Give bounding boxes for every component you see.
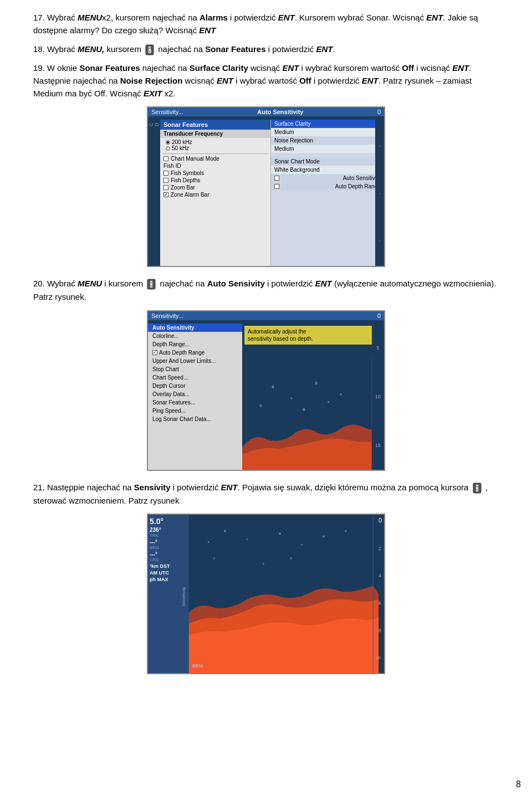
svg-text:8: 8 bbox=[378, 628, 381, 633]
auto-menu-upper-lower: Upper And Lower Limits... bbox=[148, 357, 242, 365]
sens-crs: ---° CRS bbox=[150, 551, 180, 562]
auto-scale-right: 5 10 15 bbox=[372, 324, 384, 470]
cb-fish-depths bbox=[163, 178, 168, 183]
sonar-left-panel: Sonar Features Transducer Frequency 200 … bbox=[160, 120, 271, 266]
auto-top-sensitivity: Sensitivity... bbox=[151, 312, 183, 319]
svg-point-12 bbox=[315, 381, 317, 384]
para-17-number: 17. bbox=[33, 13, 45, 22]
sens-main: 0 Sensitivity bbox=[181, 515, 384, 673]
sonar-top-bar: Sensitivity... Auto Sensitivity 0 bbox=[148, 107, 384, 116]
radio-200khz bbox=[166, 140, 170, 145]
auto-top-bar: Sensitivity... 0 bbox=[148, 311, 384, 320]
cb-auto-depth bbox=[274, 184, 279, 189]
svg-text:4: 4 bbox=[378, 573, 381, 578]
auto-menu-ping-speed: Ping Speed... bbox=[148, 407, 242, 415]
svg-point-14 bbox=[259, 404, 262, 407]
sens-screen: 5.0° 236° TRK ---° BRG ---° CRS ¹km DST … bbox=[147, 514, 385, 674]
auto-content: Auto Sensitivity Colorline... Depth Rang… bbox=[148, 324, 384, 470]
sonar-divider-1 bbox=[162, 153, 268, 154]
para-21-text: Następpie najechać na Sensivity i potwie… bbox=[33, 483, 488, 505]
sonar-zoom-bar: Zoom Bar bbox=[160, 184, 270, 191]
sonar-panel-title: Sonar Features bbox=[160, 120, 270, 130]
auto-menu-colorline: Colorline... bbox=[148, 332, 242, 340]
auto-screen: Sensitivity... 0 Auto Sensitivity Colorl… bbox=[147, 310, 385, 471]
sonar-top-autosens: Auto Sensitivity bbox=[257, 109, 303, 115]
cb-zone-alarm bbox=[163, 192, 168, 197]
sens-speed: 5.0° bbox=[150, 517, 180, 526]
auto-sensitivity-screenshot: Sensitivity... 0 Auto Sensitivity Colorl… bbox=[33, 310, 499, 471]
cursor-icon-18 bbox=[145, 44, 155, 56]
auto-menu-depth-range: Depth Range... bbox=[148, 340, 242, 348]
para-18-text: Wybrać MENU, kursorem najechać na Sonar … bbox=[47, 44, 335, 54]
paragraph-17: 17. Wybrać MENUx2, kursorem najechać na … bbox=[33, 11, 499, 37]
auto-top-zero: 0 bbox=[377, 312, 381, 319]
svg-point-28 bbox=[279, 532, 281, 535]
sens-ph-max: ph MAX bbox=[150, 577, 180, 582]
sonar-surface-clarity-selected: Surface Clarity bbox=[271, 120, 384, 128]
cb-chart-manual bbox=[163, 156, 168, 161]
sens-left-bar: 5.0° 236° TRK ---° BRG ---° CRS ¹km DST … bbox=[148, 515, 181, 673]
svg-point-10 bbox=[272, 385, 274, 388]
freq-50-label: 50 kHz bbox=[172, 145, 189, 151]
auto-right: Automatically adjust thesensitivity base… bbox=[242, 324, 384, 470]
svg-point-30 bbox=[323, 535, 325, 537]
auto-tooltip: Automatically adjust thesensitivity base… bbox=[244, 326, 382, 345]
auto-left-menu: Auto Sensitivity Colorline... Depth Rang… bbox=[148, 324, 242, 470]
sonar-fish-depths: Fish Depths bbox=[160, 177, 270, 184]
cb-zoom-bar bbox=[163, 185, 168, 190]
para-18-number: 18. bbox=[33, 44, 45, 54]
svg-text:2: 2 bbox=[378, 546, 381, 551]
sonar-chart-manual: Chart Manual Mode bbox=[160, 155, 270, 162]
sonar-sidebar: CDAUSCDOSPIL bbox=[148, 120, 160, 266]
para-19-text: W oknie Sonar Features najechać na Surfa… bbox=[33, 63, 472, 99]
cb-fish-symbols bbox=[163, 171, 168, 176]
svg-text:10: 10 bbox=[376, 655, 381, 660]
auto-menu-log-sonar: Log Sonar Chart Data... bbox=[148, 415, 242, 423]
auto-menu-chart-speed: Chart Speed... bbox=[148, 373, 242, 382]
sonar-auto-sensitivity: Auto Sensitivity bbox=[271, 174, 384, 182]
sonar-features-screenshot: Sensitivity... Auto Sensitivity 0 CDAUSC… bbox=[33, 106, 499, 267]
sonar-spacer bbox=[271, 153, 384, 157]
svg-point-15 bbox=[303, 408, 305, 411]
auto-menu-depth-cursor: Depth Cursor bbox=[148, 382, 242, 390]
svg-text:Sensitivity: Sensitivity bbox=[181, 587, 186, 607]
auto-menu-overlay-data: Overlay Data... bbox=[148, 390, 242, 398]
radio-50khz bbox=[166, 146, 170, 151]
sonar-chart-mode-label: Sonar Chart Mode bbox=[271, 157, 384, 166]
sonar-top-sensitivity: Sensitivity... bbox=[151, 109, 183, 115]
sonar-transducer-freq: Transducer Frequency bbox=[160, 130, 270, 138]
svg-point-31 bbox=[345, 530, 346, 532]
auto-menu-sonar-features: Sonar Features... bbox=[148, 398, 242, 407]
auto-sonar-viz bbox=[242, 357, 384, 470]
sonar-noise-rejection-value: Medium ▼ bbox=[271, 145, 384, 153]
sens-zero: 0 bbox=[378, 517, 382, 524]
para-21-number: 21. bbox=[33, 483, 45, 492]
cursor-icon-20 bbox=[146, 278, 156, 290]
svg-point-27 bbox=[246, 538, 248, 540]
auto-menu-auto-depth-range: Auto Depth Range bbox=[148, 348, 242, 357]
paragraph-19: 19. W oknie Sonar Features najechać na S… bbox=[33, 61, 499, 100]
para-20-number: 20. bbox=[33, 279, 45, 288]
svg-point-13 bbox=[340, 393, 341, 396]
svg-point-16 bbox=[328, 401, 329, 403]
sonar-scale-right: - - - bbox=[375, 120, 384, 266]
sens-km-dst: ¹km DST bbox=[150, 563, 180, 569]
sonar-freq-group: 200 kHz 50 kHz bbox=[160, 138, 270, 152]
svg-text:6: 6 bbox=[378, 601, 381, 606]
sens-trk: 236° TRK bbox=[150, 527, 180, 538]
sonar-screen: Sensitivity... Auto Sensitivity 0 CDAUSC… bbox=[147, 106, 385, 267]
para-20-text: Wybrać MENU i kursorem najechać na Auto … bbox=[33, 279, 497, 301]
sens-am-utc: AM UTC bbox=[150, 570, 180, 576]
auto-menu-auto-sensitivity: Auto Sensitivity bbox=[148, 324, 242, 332]
sensitivity-screenshot: 5.0° 236° TRK ---° BRG ---° CRS ¹km DST … bbox=[33, 514, 499, 674]
sonar-fish-id: Fish ID bbox=[160, 162, 270, 170]
sonar-50khz: 50 kHz bbox=[166, 145, 267, 151]
sonar-fish-symbols: Fish Symbols bbox=[160, 170, 270, 177]
sonar-auto-depth-range: Auto Depth Range bbox=[271, 182, 384, 191]
sonar-zone-alarm: Zone Alarm Bar bbox=[160, 191, 270, 198]
svg-text:88%: 88% bbox=[192, 663, 203, 669]
sonar-content: Sonar Features Transducer Frequency 200 … bbox=[160, 120, 384, 266]
cb-auto-depth-range bbox=[152, 350, 157, 355]
paragraph-18: 18. Wybrać MENU, kursorem najechać na So… bbox=[33, 43, 499, 56]
sonar-right-panel: Surface Clarity Medium ▼ Noise Rejection… bbox=[271, 120, 384, 266]
